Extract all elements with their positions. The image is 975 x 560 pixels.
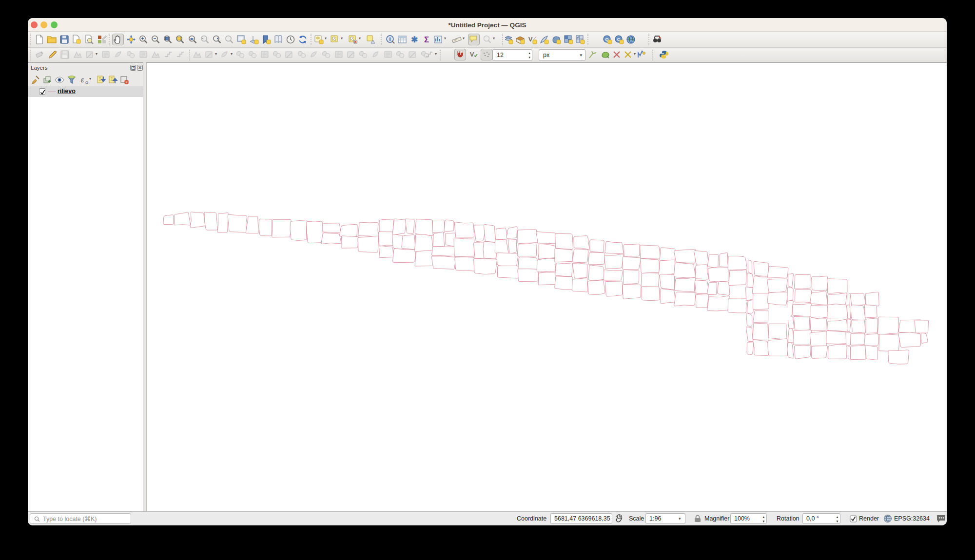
- svg-text:ε: ε: [81, 76, 84, 84]
- svg-text:✱: ✱: [411, 35, 418, 44]
- svg-text:V: V: [528, 36, 533, 43]
- svg-text:Σ: Σ: [424, 35, 429, 44]
- svg-text:Ω: Ω: [85, 80, 88, 85]
- svg-text:i: i: [389, 36, 390, 42]
- svg-text:V: V: [470, 51, 474, 58]
